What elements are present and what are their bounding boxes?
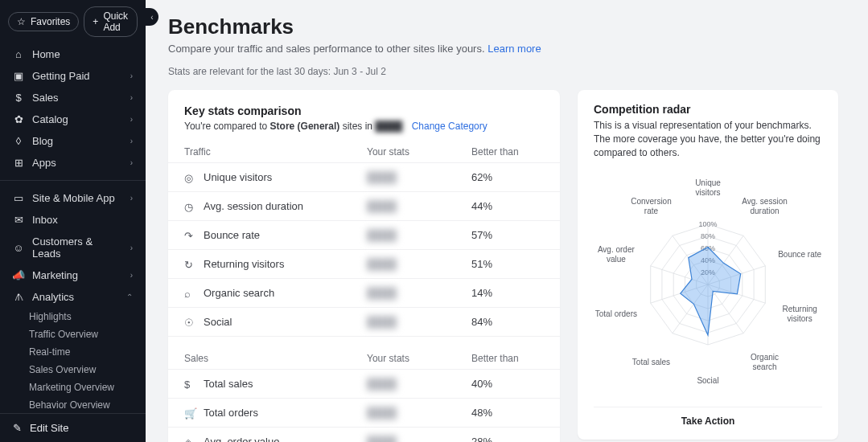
metric-label: Returning visitors (204, 258, 284, 270)
nav-customers[interactable]: ☺Customers & Leads› (0, 231, 146, 264)
chevron-right-icon: › (130, 271, 133, 280)
nav-label: Marketing (32, 269, 122, 281)
table-row: $Total sales████40% (168, 370, 560, 399)
tag-icon: ◈ (184, 436, 195, 443)
subnav-behavior-overview[interactable]: Behavior Overview (0, 396, 146, 413)
page-subtitle: Compare your traffic and sales performan… (168, 43, 845, 55)
your-stat-value: ████ (367, 229, 471, 241)
quick-add-button[interactable]: + Quick Add (84, 6, 138, 37)
nav-sales[interactable]: $Sales› (0, 87, 146, 108)
better-than-value: 51% (471, 258, 544, 270)
bounce-icon: ↷ (184, 230, 195, 241)
table-row: ◈Avg. order value████28% (168, 428, 560, 442)
radar-axis-label: Unique visitors (684, 178, 732, 198)
catalog-icon: ✿ (13, 114, 24, 125)
nav-label: Getting Paid (32, 70, 122, 82)
radar-axis-label: Returning visitors (775, 305, 824, 324)
chevron-right-icon: › (130, 72, 133, 80)
pencil-icon: ✎ (13, 422, 22, 434)
chevron-right-icon: › (130, 115, 133, 124)
nav-label: Home (32, 48, 133, 60)
take-action-heading: Take Action (594, 407, 822, 427)
favorites-button[interactable]: ☆ Favorites (8, 12, 79, 31)
col-better-than: Better than (471, 146, 544, 158)
monitor-icon: ▭ (13, 193, 24, 204)
apps-icon: ⊞ (13, 158, 24, 169)
metric-label: Social (204, 316, 232, 328)
radar-axis-label: Total orders (592, 309, 640, 319)
nav-blog[interactable]: ◊Blog› (0, 130, 146, 152)
radar-axis-label: Conversion rate (627, 197, 675, 216)
users-icon: ☺ (13, 242, 24, 253)
change-category-link[interactable]: Change Category (412, 121, 487, 132)
better-than-value: 48% (471, 407, 544, 419)
page-title: Benchmarks (168, 14, 845, 39)
key-stats-header: Key stats comparison You're compared to … (168, 104, 560, 141)
subnav-marketing-overview[interactable]: Marketing Overview (0, 379, 146, 396)
better-than-value: 14% (471, 287, 544, 299)
col-better-than: Better than (471, 353, 544, 364)
plus-icon: + (93, 16, 98, 27)
search-icon: ⌕ (184, 288, 195, 299)
nav-catalog[interactable]: ✿Catalog› (0, 108, 146, 130)
divider (0, 180, 146, 181)
nav-marketing[interactable]: 📣Marketing› (0, 264, 146, 286)
sidebar-top: ☆ Favorites + Quick Add (0, 0, 146, 43)
nav-label: Inbox (32, 214, 133, 226)
subnav-highlights[interactable]: Highlights (0, 308, 146, 325)
learn-more-link[interactable]: Learn more (487, 43, 541, 55)
social-icon: ☉ (184, 317, 195, 328)
better-than-value: 62% (471, 171, 544, 183)
radar-title: Competition radar (594, 103, 822, 116)
better-than-value: 44% (471, 200, 544, 212)
radar-axis-label: Avg. session duration (741, 197, 789, 216)
col-your-stats: Your stats (367, 146, 471, 158)
radar-axis-label: Bounce rate (775, 250, 824, 260)
nav-label: Blog (32, 135, 122, 147)
key-stats-card: Key stats comparison You're compared to … (168, 90, 560, 442)
subnav-sales-overview[interactable]: Sales Overview (0, 361, 146, 379)
nav-analytics[interactable]: ⩚Analytics⌃ (0, 286, 146, 308)
your-stat-value: ████ (367, 407, 471, 419)
nav-home[interactable]: ⌂Home (0, 43, 146, 65)
main-content: Benchmarks Compare your traffic and sale… (146, 0, 868, 442)
dollar-icon: $ (13, 92, 24, 104)
subnav-realtime[interactable]: Real-time (0, 343, 146, 361)
nav-inbox[interactable]: ✉Inbox (0, 209, 146, 231)
col-traffic: Traffic (184, 146, 367, 158)
table-row: ◷Avg. session duration████44% (168, 192, 560, 221)
chevron-up-icon: ⌃ (126, 293, 133, 301)
radar-svg: 100%80%60%40%20% (640, 216, 776, 353)
nav-site-app[interactable]: ▭Site & Mobile App› (0, 187, 146, 209)
section-gap (168, 337, 560, 348)
metric-label: Avg. order value (204, 436, 279, 442)
metric-label: Total orders (204, 407, 258, 419)
your-stat-value: ████ (367, 200, 471, 212)
sales-header-row: Sales Your stats Better than (168, 348, 560, 370)
your-stat-value: ████ (367, 171, 471, 183)
edit-site-button[interactable]: ✎ Edit Site (0, 413, 146, 442)
chevron-right-icon: › (130, 244, 133, 252)
cmp-pre: You're compared to (184, 121, 270, 132)
table-row: 🛒Total orders████48% (168, 399, 560, 428)
radar-chart: 100%80%60%40%20% Unique visitorsAvg. ses… (594, 170, 822, 399)
your-stat-value: ████ (367, 258, 471, 270)
compared-to-text: You're compared to Store (General) sites… (184, 121, 544, 132)
table-row: ☉Social████84% (168, 308, 560, 337)
nav-getting-paid[interactable]: ▣Getting Paid› (0, 65, 146, 87)
nav-apps[interactable]: ⊞Apps› (0, 152, 146, 174)
better-than-value: 84% (471, 316, 544, 328)
better-than-value: 28% (471, 436, 544, 442)
metric-label: Bounce rate (204, 229, 260, 241)
user-icon: ◎ (184, 172, 195, 183)
competition-radar-card: Competition radar This is a visual repre… (578, 90, 838, 440)
table-row: ↻Returning visitors████51% (168, 250, 560, 279)
your-stat-value: ████ (367, 316, 471, 328)
star-icon: ☆ (17, 16, 26, 27)
quick-add-label: Quick Add (103, 10, 129, 33)
subnav-traffic-overview[interactable]: Traffic Overview (0, 325, 146, 343)
col-your-stats: Your stats (367, 353, 471, 364)
cart-icon: 🛒 (184, 407, 195, 419)
sales-rows: $Total sales████40%🛒Total orders████48%◈… (168, 370, 560, 442)
dollar-icon: $ (184, 379, 195, 390)
